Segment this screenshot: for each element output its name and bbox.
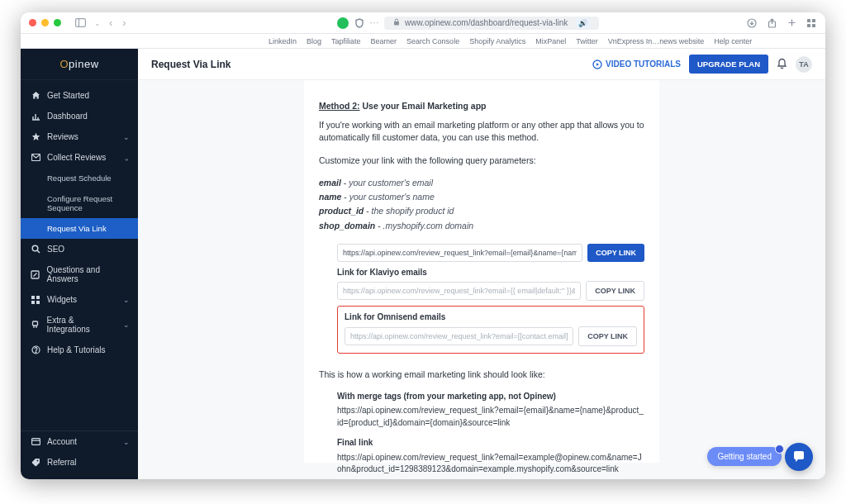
generic-link-input[interactable] [337,244,582,262]
sidebar-item-get-started[interactable]: Get Started [21,85,138,106]
bookmark-item[interactable]: Twitter [576,37,598,45]
new-tab-icon[interactable] [786,17,797,29]
final-link-url: https://api.opinew.com/review_request_li… [337,452,644,476]
param-row: shop_domain - .myshopify.com domain [319,220,644,232]
grid-icon [31,296,40,304]
window-controls[interactable] [29,19,61,26]
sidebar-item-reviews[interactable]: Reviews ⌄ [21,126,138,147]
sidebar-item-qa[interactable]: Questions and Answers [21,259,138,289]
star-icon [31,132,40,141]
brand-rest: pinew [69,58,98,70]
klaviyo-link-row: COPY LINK [337,281,644,301]
svg-rect-19 [31,439,40,445]
svg-rect-8 [812,24,815,27]
sound-icon[interactable]: 🔊 [576,18,590,28]
sidebar-item-integrations[interactable]: Extra & Integrations ⌄ [21,310,138,340]
shield-icon[interactable] [354,17,365,29]
sidebar-item-account[interactable]: Account ⌄ [21,431,138,452]
bookmark-item[interactable]: Blog [307,37,321,45]
minimize-window-icon[interactable] [41,19,49,26]
getting-started-pill[interactable]: Getting started [707,447,782,466]
video-tutorials-label: VIDEO TUTORIALS [606,59,681,69]
card-icon [31,438,40,445]
sidebar-item-label: Referral [47,458,77,467]
svg-rect-0 [75,19,85,27]
chevron-down-icon[interactable]: ⌄ [94,19,101,27]
omnisend-highlight: Link for Omnisend emails COPY LINK [337,306,644,354]
sidebar-item-help[interactable]: Help & Tutorials [21,340,138,360]
svg-rect-14 [31,301,35,304]
bookmark-item[interactable]: VnExpress In…news website [608,37,705,45]
edit-icon [31,270,40,279]
sidebar-item-label: Reviews [47,132,78,141]
chevron-down-icon: ⌄ [123,133,130,141]
sidebar-item-label: Widgets [47,295,77,304]
svg-rect-13 [36,296,40,299]
close-window-icon[interactable] [29,19,36,26]
query-params-list: email - your customer's email name - you… [319,177,644,232]
svg-rect-7 [807,24,810,27]
sidebar-item-collect-reviews[interactable]: Collect Reviews ⌃ [21,147,138,168]
plug-icon [31,321,40,330]
upgrade-plan-button[interactable]: UPGRADE PLAN [689,55,768,74]
browser-titlebar: ⌄ ‹ › ··· www.opinew.com/dashboard/reque… [21,12,825,34]
svg-point-21 [36,460,38,462]
url-text: www.opinew.com/dashboard/request-via-lin… [405,18,568,27]
more-icon[interactable]: ··· [370,18,379,27]
address-bar[interactable]: www.opinew.com/dashboard/request-via-lin… [384,17,599,30]
bookmark-item[interactable]: Search Console [406,37,459,45]
user-avatar[interactable]: TA [796,56,812,73]
copy-link-button-omnisend[interactable]: COPY LINK [578,326,637,346]
param-row: email - your customer's email [319,177,644,189]
tabs-icon[interactable] [806,17,817,29]
bookmark-item[interactable]: Help center [714,37,752,45]
klaviyo-link-input[interactable] [337,282,581,300]
omnisend-link-row: COPY LINK [345,326,637,346]
forward-icon[interactable]: › [122,17,126,29]
svg-point-10 [32,245,38,251]
copy-link-button-generic[interactable]: COPY LINK [587,244,644,262]
bookmark-item[interactable]: Beamer [371,37,397,45]
generic-link-row: COPY LINK [337,244,644,262]
sidebar-item-dashboard[interactable]: Dashboard [21,106,138,126]
extension-icon-1[interactable] [337,17,349,29]
bookmark-item[interactable]: Tapfiliate [331,37,361,45]
notifications-icon[interactable] [777,58,787,71]
sidebar-item-label: Get Started [47,91,89,100]
download-icon[interactable] [746,17,758,29]
svg-rect-6 [812,19,815,22]
sidebar-sub-label: Configure Request Sequence [47,194,130,212]
share-icon[interactable] [766,17,777,29]
maximize-window-icon[interactable] [54,19,61,26]
example-intro: This is how a working email marketing li… [319,368,644,381]
play-circle-icon [592,59,602,69]
sidebar-item-widgets[interactable]: Widgets ⌄ [21,289,138,310]
sidebar-item-label: Help & Tutorials [47,345,106,354]
brand-logo[interactable]: Opinew [21,49,138,80]
chat-launcher[interactable] [785,443,813,471]
bookmark-item[interactable]: MixPanel [535,37,566,45]
chevron-down-icon: ⌄ [123,296,130,304]
bookmark-item[interactable]: Shopify Analytics [469,37,525,45]
sidebar-sub-request-schedule[interactable]: Request Schedule [21,168,138,188]
svg-rect-5 [807,19,810,22]
app-topbar: Request Via Link VIDEO TUTORIALS UPGRADE… [138,49,825,80]
omnisend-link-input[interactable] [345,327,573,345]
sidebar-sub-label: Request Schedule [47,174,112,183]
sidebar-item-label: Extra & Integrations [47,316,116,334]
sidebar-sub-request-via-link[interactable]: Request Via Link [21,218,138,239]
sidebar-item-referral[interactable]: Referral [21,452,138,473]
bookmark-item[interactable]: LinkedIn [269,37,297,45]
video-tutorials-link[interactable]: VIDEO TUTORIALS [592,59,681,69]
svg-point-18 [36,352,36,353]
sidebar-toggle-icon[interactable] [74,17,86,29]
copy-link-button-klaviyo[interactable]: COPY LINK [586,281,644,301]
sidebar-sub-configure-request-sequence[interactable]: Configure Request Sequence [21,188,138,218]
sidebar-item-seo[interactable]: SEO [21,239,138,259]
back-icon[interactable]: ‹ [109,17,112,29]
sidebar-item-label: Questions and Answers [46,265,130,283]
envelope-icon [31,154,40,161]
sidebar-item-label: Collect Reviews [47,153,106,162]
omnisend-label: Link for Omnisend emails [345,311,637,324]
sidebar-item-label: Dashboard [47,112,88,121]
